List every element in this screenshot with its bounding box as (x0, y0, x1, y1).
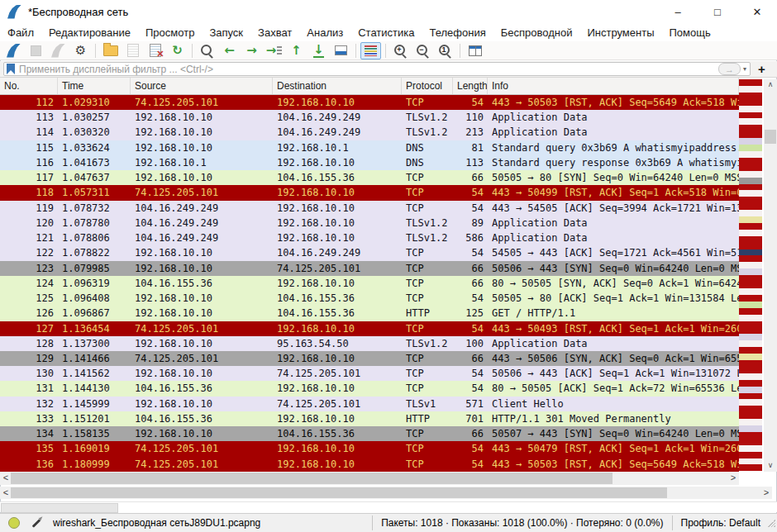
find-packet-button[interactable] (197, 42, 217, 59)
scroll-left-icon[interactable]: < (0, 472, 12, 485)
column-header-no[interactable]: No. (0, 78, 58, 94)
cell-info: 50505 → 80 [SYN] Seq=0 Win=64240 Len=0 M… (488, 170, 739, 185)
minimize-button[interactable]: – (658, 0, 698, 23)
save-file-button[interactable] (122, 42, 143, 59)
packet-row[interactable]: 1341.158135192.168.10.10104.16.155.36TCP… (0, 426, 739, 441)
packet-row[interactable]: 1121.02931074.125.205.101192.168.10.10TC… (0, 95, 739, 110)
maximize-button[interactable]: □ (698, 0, 737, 23)
packet-row[interactable]: 1191.078732104.16.249.249192.168.10.10TC… (0, 201, 739, 216)
minimap-stripe (739, 190, 762, 197)
scroll-right-icon[interactable]: > (760, 487, 772, 499)
menu-item-9[interactable]: Инструменты (579, 26, 661, 39)
zoom-out-button[interactable]: − (412, 42, 433, 59)
cell-length: 54 (453, 457, 488, 472)
column-header-protocol[interactable]: Protocol (402, 78, 453, 94)
hscrollbar-thumb[interactable] (11, 487, 667, 498)
column-header-length[interactable]: Length (453, 78, 488, 94)
packet-row[interactable]: 1351.16901974.125.205.101192.168.10.10TC… (0, 441, 739, 456)
packet-row[interactable]: 1331.151201104.16.155.36192.168.10.10HTT… (0, 411, 739, 426)
profile-selector[interactable]: Профиль: Default (672, 515, 768, 530)
zoom-in-button[interactable]: + (390, 42, 411, 59)
hscrollbar-thumb[interactable] (11, 473, 613, 484)
capture-options-button[interactable]: ⚙ (70, 42, 91, 59)
column-header-source[interactable]: Source (131, 78, 273, 94)
packet-row[interactable]: 1221.078822192.168.10.10104.16.249.249TC… (0, 245, 739, 260)
apply-filter-button[interactable]: → (718, 63, 741, 75)
go-forward-button[interactable]: → (241, 42, 262, 59)
go-back-button[interactable]: ← (219, 42, 240, 59)
intelligent-scrollbar-map[interactable] (739, 79, 762, 472)
cell-protocol: TCP (402, 381, 453, 396)
packet-row[interactable]: 1171.047637192.168.10.10104.16.155.36TCP… (0, 170, 739, 185)
menu-item-0[interactable]: Файл (0, 26, 41, 39)
go-to-packet-button[interactable]: → (264, 42, 284, 59)
zoom-100-button[interactable]: 1 (435, 42, 455, 59)
vertical-scrollbar[interactable]: ∧ ∨ (764, 79, 777, 472)
menu-item-4[interactable]: Захват (250, 26, 299, 39)
packet-row[interactable]: 1281.137300192.168.10.1095.163.54.50TLSv… (0, 336, 739, 351)
open-file-button[interactable] (100, 42, 121, 59)
close-button[interactable]: ✕ (737, 0, 777, 23)
packet-row[interactable]: 1261.096867192.168.10.10104.16.155.36HTT… (0, 306, 739, 321)
vertical-scrollbar-thumb[interactable] (765, 130, 776, 144)
cell-time: 1.041673 (58, 155, 131, 170)
packet-row[interactable]: 1131.030257192.168.10.10104.16.249.249TL… (0, 110, 739, 125)
packet-row[interactable]: 1211.078806104.16.249.249192.168.10.10TL… (0, 230, 739, 245)
packet-row[interactable]: 1311.144130104.16.155.36192.168.10.10TCP… (0, 381, 739, 396)
go-last-button[interactable]: ↓ (308, 42, 329, 59)
column-header-info[interactable]: Info (488, 78, 739, 94)
pane-scrollbar-thumb[interactable] (1, 503, 118, 513)
packet-row[interactable]: 1291.14146674.125.205.101192.168.10.10TC… (0, 351, 739, 366)
packet-row[interactable]: 1251.096408192.168.10.10104.16.155.36TCP… (0, 291, 739, 306)
stop-capture-button[interactable] (26, 42, 46, 59)
packet-row[interactable]: 1161.041673192.168.10.1192.168.10.10DNS1… (0, 155, 739, 170)
cell-no: 135 (0, 441, 58, 456)
column-header-destination[interactable]: Destination (273, 78, 402, 94)
menu-item-3[interactable]: Запуск (202, 26, 250, 39)
menu-item-6[interactable]: Статистика (350, 26, 422, 39)
packet-row[interactable]: 1361.18099974.125.205.101192.168.10.10TC… (0, 457, 739, 472)
packet-row[interactable]: 1231.079985192.168.10.1074.125.205.101TC… (0, 261, 739, 276)
menu-item-10[interactable]: Помощь (662, 26, 718, 39)
packet-list-hscrollbar[interactable]: < > (0, 472, 739, 485)
column-header-time[interactable]: Time (58, 78, 131, 94)
add-filter-button[interactable]: + (758, 62, 765, 76)
packet-row[interactable]: 1141.030320192.168.10.10104.16.249.249TL… (0, 125, 739, 140)
lower-hscrollbar[interactable]: < > (0, 487, 772, 499)
close-file-button[interactable] (145, 42, 165, 59)
scroll-up-icon[interactable]: ∧ (764, 79, 777, 91)
resize-grip[interactable] (767, 519, 775, 527)
colorize-button[interactable] (360, 42, 381, 59)
color-lines-icon (365, 45, 377, 56)
scroll-down-icon[interactable]: ∨ (764, 460, 777, 472)
packet-row[interactable]: 1201.078780104.16.249.249192.168.10.10TL… (0, 216, 739, 230)
scroll-right-icon[interactable]: > (727, 472, 739, 485)
packet-row[interactable]: 1181.05731174.125.205.101192.168.10.10TC… (0, 185, 739, 200)
auto-scroll-button[interactable] (331, 42, 351, 59)
expert-info-icon[interactable] (8, 517, 20, 529)
display-filter-box[interactable]: → ▾ (3, 62, 751, 76)
menu-item-7[interactable]: Телефония (422, 26, 493, 39)
menu-item-5[interactable]: Анализ (299, 26, 350, 39)
menu-item-8[interactable]: Беспроводной (493, 26, 580, 39)
reload-button[interactable]: ↻ (167, 42, 188, 59)
collapsed-pane-scrollbar[interactable] (0, 501, 777, 512)
capture-comment-icon[interactable] (32, 519, 41, 528)
start-capture-button[interactable] (3, 42, 24, 59)
bookmark-icon[interactable] (7, 64, 15, 74)
menu-item-1[interactable]: Редактирование (41, 26, 138, 39)
restart-capture-button[interactable] (48, 42, 69, 59)
menu-item-2[interactable]: Просмотр (138, 26, 202, 39)
packet-row[interactable]: 1271.13645474.125.205.101192.168.10.10TC… (0, 321, 739, 336)
scroll-left-icon[interactable]: < (0, 487, 12, 499)
cell-destination: 192.168.10.10 (273, 351, 402, 366)
cell-info: Standard query response 0x3b69 A whatism… (488, 155, 739, 170)
filter-dropdown-icon[interactable]: ▾ (743, 65, 746, 73)
display-filter-input[interactable] (19, 64, 718, 75)
packet-row[interactable]: 1241.096319104.16.155.36192.168.10.10TCP… (0, 276, 739, 291)
packet-row[interactable]: 1301.141562192.168.10.1074.125.205.101TC… (0, 366, 739, 381)
packet-row[interactable]: 1151.033624192.168.10.10192.168.10.1DNS8… (0, 140, 739, 155)
go-first-button[interactable]: ↑ (286, 42, 307, 59)
resize-columns-button[interactable] (465, 42, 485, 59)
packet-row[interactable]: 1321.145999192.168.10.1074.125.205.101TL… (0, 397, 739, 411)
